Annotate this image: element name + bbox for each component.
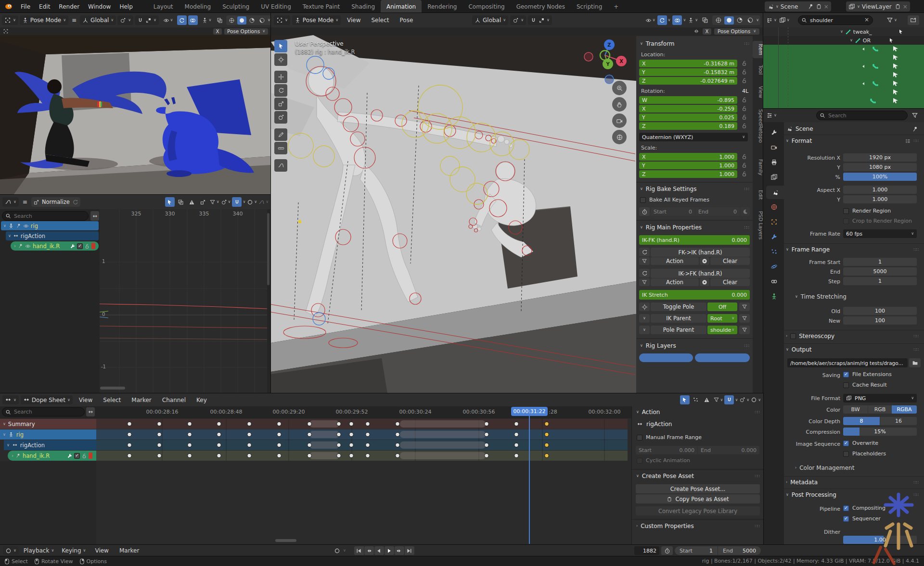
- metadata-panel-header[interactable]: › Metadata ∷∷: [786, 478, 922, 487]
- toggle-pole-button[interactable]: Toggle Pole: [651, 302, 706, 311]
- bake-all-row[interactable]: Bake All Keyed Frames: [640, 197, 709, 203]
- only-selected-toggle[interactable]: [176, 197, 186, 207]
- shading-material-button[interactable]: [735, 16, 744, 25]
- collapsed-menus-button[interactable]: ≡: [21, 199, 29, 205]
- keying-filter-button[interactable]: [739, 314, 750, 323]
- perspective-toggle-button[interactable]: [612, 130, 627, 144]
- resolution-x-field[interactable]: 1920 px: [843, 153, 917, 162]
- action-panel-header[interactable]: ∨ Action ∷∷: [632, 408, 763, 416]
- drag-grip-icon[interactable]: ∷∷: [744, 343, 749, 348]
- placeholders-row[interactable]: Placeholders: [843, 451, 886, 457]
- channel-hand-ik[interactable]: › hand_ik.R ✓: [8, 451, 96, 461]
- resolution-pct-slider[interactable]: 100%: [843, 173, 917, 181]
- proportional-dropdown[interactable]: ∨: [221, 199, 231, 205]
- clear-search-icon[interactable]: ×: [864, 16, 869, 23]
- old-field[interactable]: 100: [843, 307, 917, 315]
- keying-filter-button[interactable]: [639, 278, 650, 286]
- new-collection-button[interactable]: [908, 15, 919, 25]
- frame-end-field[interactable]: 5000: [843, 267, 917, 276]
- rotation-mode-dropdown[interactable]: Quaternion (WXYZ)∨: [639, 133, 748, 141]
- show-gizmo-toggle[interactable]: ∨: [160, 15, 176, 25]
- playhead-badge[interactable]: 00:00:31:22: [511, 407, 548, 416]
- compositing-checkbox[interactable]: ✓: [843, 505, 849, 511]
- filter-dropdown[interactable]: ∨: [209, 199, 219, 205]
- tool-move[interactable]: [274, 71, 287, 83]
- ik-parent-dropdown[interactable]: Root∨: [707, 314, 737, 323]
- outliner-row-org[interactable]: ∨ OR: [850, 36, 924, 45]
- properties-search-input[interactable]: [816, 111, 908, 120]
- blender-logo-icon[interactable]: [4, 2, 13, 11]
- post-processing-panel-header[interactable]: ∨ Post Processing ∷∷: [786, 491, 922, 499]
- tab-shading[interactable]: Shading: [346, 0, 381, 13]
- sidebar-tab-tool[interactable]: Tool: [753, 62, 763, 77]
- normalize-button[interactable]: Normalize: [42, 199, 70, 205]
- overwrite-row[interactable]: ✓Overwrite: [843, 440, 878, 446]
- chevron-down-icon[interactable]: ∨: [3, 224, 6, 228]
- frame-start-field[interactable]: Start1: [675, 546, 718, 555]
- menu-key[interactable]: Key: [192, 393, 211, 406]
- normalize-view-toggle[interactable]: [198, 197, 208, 207]
- bake-all-checkbox[interactable]: [640, 197, 646, 203]
- menu-select[interactable]: Select: [367, 13, 394, 27]
- drag-grip-icon[interactable]: ∷∷: [914, 492, 918, 497]
- presets-icon[interactable]: [905, 138, 911, 144]
- editor-type-button[interactable]: ∨: [3, 546, 19, 555]
- pan-button[interactable]: [612, 97, 627, 112]
- playhead-line[interactable]: [529, 415, 530, 544]
- frame-rate-dropdown[interactable]: 60 fps∨: [843, 229, 917, 238]
- drag-grip-icon[interactable]: ∷∷: [914, 347, 918, 352]
- unlock-icon[interactable]: [741, 114, 747, 120]
- drag-grip-icon[interactable]: ∷∷: [914, 480, 918, 485]
- drag-grip-icon[interactable]: ∷∷: [755, 474, 759, 478]
- snap-dropdown[interactable]: ∨: [135, 15, 159, 25]
- copy-viewlayer-icon[interactable]: [895, 3, 901, 10]
- outliner-row-tweak[interactable]: ∨ tweak_: [840, 27, 924, 36]
- funnel-icon[interactable]: [911, 112, 918, 119]
- select-tool-toggle[interactable]: [165, 197, 175, 207]
- pose-options-dropdown[interactable]: Pose Options∨: [714, 28, 759, 35]
- sidebar-tab-speedretopo[interactable]: SpeedRetopo: [753, 106, 763, 146]
- manual-range-row[interactable]: Manual Frame Range: [637, 434, 702, 440]
- channel-rig[interactable]: ∨ rig: [0, 429, 96, 440]
- drag-grip-icon[interactable]: ∷∷: [914, 247, 918, 252]
- pole-parent-button[interactable]: Pole Parent: [651, 326, 706, 334]
- crop-region-row[interactable]: Crop to Render Region: [843, 218, 912, 224]
- tool-transform[interactable]: [274, 111, 287, 124]
- stereoscopy-panel-header[interactable]: › Stereoscopy ∷∷: [786, 332, 922, 340]
- unlock-icon[interactable]: [741, 171, 747, 177]
- custom-properties-header[interactable]: › Custom Properties ∷∷: [632, 522, 763, 530]
- tab-particles[interactable]: [767, 245, 781, 258]
- channel-color-swatch[interactable]: [89, 453, 92, 459]
- gizmos-dropdown[interactable]: ∨: [657, 15, 671, 25]
- scale-z-field[interactable]: Z1.000: [639, 170, 737, 178]
- keying-filter-button[interactable]: [739, 302, 750, 311]
- menu-view[interactable]: View: [343, 13, 365, 27]
- shading-solid-button[interactable]: [237, 16, 246, 25]
- proportional-dropdown[interactable]: ∨: [739, 397, 749, 403]
- display-mode-dropdown[interactable]: ∨: [766, 17, 777, 24]
- scene-name[interactable]: Scene: [781, 3, 806, 10]
- mirror-x-toggle[interactable]: X: [213, 28, 222, 35]
- outliner-search-box[interactable]: ×: [798, 15, 873, 25]
- ik-stretch-slider[interactable]: IK Stretch0.000: [639, 290, 750, 300]
- tab-modeling[interactable]: Modeling: [179, 0, 217, 13]
- unlock-icon[interactable]: [741, 162, 747, 168]
- tab-texture-paint[interactable]: Texture Paint: [297, 0, 346, 13]
- depth-8-button[interactable]: 8: [843, 417, 880, 425]
- menu-edit[interactable]: Edit: [35, 0, 54, 13]
- refresh-icon[interactable]: [72, 199, 78, 205]
- mode-dropdown[interactable]: Pose Mode∨: [292, 15, 341, 25]
- render-region-row[interactable]: Render Region: [843, 208, 891, 214]
- fk-action-button[interactable]: Action: [651, 257, 699, 265]
- channel-enable-checkbox[interactable]: ✓: [77, 243, 83, 249]
- navigation-gizmo[interactable]: Z X Y: [579, 33, 632, 86]
- compression-slider[interactable]: 15%: [843, 428, 917, 436]
- pole-off-button[interactable]: Off: [707, 302, 737, 311]
- channel-rig[interactable]: ∨ rig: [1, 221, 99, 230]
- editor-type-button[interactable]: ∨: [766, 112, 777, 119]
- menu-channel[interactable]: Channel: [158, 393, 190, 406]
- graph-grid-and-curves[interactable]: [100, 209, 267, 393]
- aspect-y-field[interactable]: 1.000: [843, 195, 917, 203]
- show-errors-toggle[interactable]: [187, 197, 197, 207]
- tab-tool[interactable]: [767, 126, 781, 138]
